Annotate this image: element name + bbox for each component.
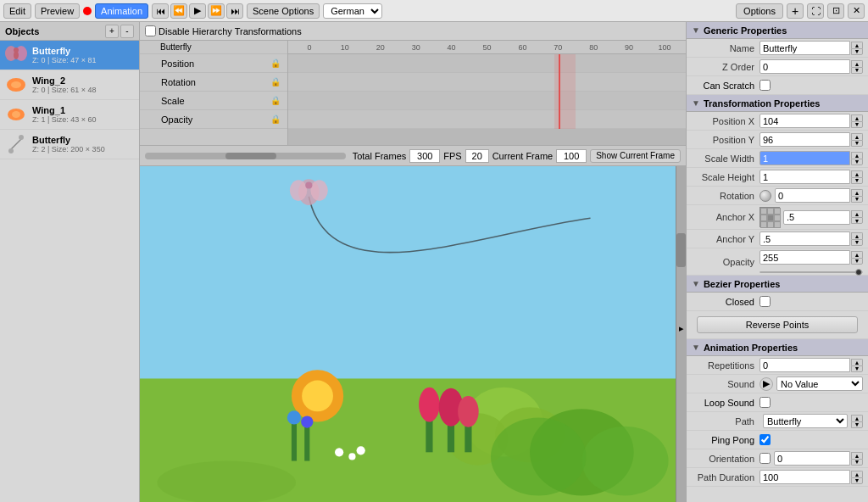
orientation-step-up[interactable]: ▲ xyxy=(851,452,863,459)
animation-button[interactable]: Animation xyxy=(95,3,148,19)
rotation-input[interactable] xyxy=(775,188,850,203)
fps-input[interactable] xyxy=(465,149,489,163)
name-step-up[interactable]: ▲ xyxy=(851,42,863,48)
svg-point-23 xyxy=(419,388,440,422)
options-button[interactable]: Options xyxy=(736,3,783,19)
track-timeline[interactable]: 0 10 20 30 40 50 60 70 80 90 100 xyxy=(288,41,686,145)
language-select[interactable]: German xyxy=(323,3,382,19)
step-back-button[interactable]: ⏪ xyxy=(170,3,187,19)
scale-height-input[interactable] xyxy=(760,170,850,184)
can-scratch-checkbox[interactable] xyxy=(760,80,771,91)
z-order-step-up[interactable]: ▲ xyxy=(851,60,863,67)
disable-hierarchy-check[interactable]: Disable Hierarchy Transformations xyxy=(145,25,302,36)
position-x-input[interactable] xyxy=(760,114,850,128)
scale-w-step-down[interactable]: ▼ xyxy=(851,159,863,165)
rotation-knob[interactable] xyxy=(760,190,771,202)
rotation-lock: 🔒 xyxy=(270,77,281,86)
name-label: Name xyxy=(692,43,760,53)
name-stepper: ▲ ▼ xyxy=(760,41,863,55)
path-select[interactable]: Butterfly xyxy=(763,414,848,428)
position-y-input[interactable] xyxy=(760,132,850,147)
skip-end-button[interactable]: ⏭ xyxy=(226,3,243,19)
scale-label: Scale xyxy=(161,96,185,106)
total-frames-input[interactable] xyxy=(409,149,440,163)
skip-start-button[interactable]: ⏮ xyxy=(152,3,169,19)
close-button[interactable]: ✕ xyxy=(848,3,865,19)
repetitions-input[interactable] xyxy=(760,358,850,372)
vertical-scrollbar[interactable]: ▸ xyxy=(676,166,686,502)
remove-object-button[interactable]: - xyxy=(120,25,134,38)
repetitions-step-down[interactable]: ▼ xyxy=(851,365,863,372)
preview-button[interactable]: Preview xyxy=(35,3,80,19)
svg-point-17 xyxy=(292,370,343,421)
name-steppers: ▲ ▼ xyxy=(851,42,863,55)
play-sound-button[interactable]: ▶ xyxy=(760,377,773,391)
scale-w-step-up[interactable]: ▲ xyxy=(851,152,863,159)
fullscreen-button[interactable]: ⛶ xyxy=(807,3,824,19)
opacity-step-down[interactable]: ▼ xyxy=(851,258,863,265)
opacity-input[interactable] xyxy=(760,250,850,265)
anchor-y-input[interactable] xyxy=(760,231,850,246)
object-sub: Z: 0 | Size: 61 × 48 xyxy=(32,86,136,94)
pos-y-step-down[interactable]: ▼ xyxy=(851,140,863,147)
opacity-step-up[interactable]: ▲ xyxy=(851,251,863,258)
z-order-stepper: ▲ ▼ xyxy=(760,59,863,74)
path-duration-step-down[interactable]: ▼ xyxy=(851,477,863,484)
closed-checkbox[interactable] xyxy=(760,296,771,307)
window-button[interactable]: ⊡ xyxy=(827,3,844,19)
position-label: Position xyxy=(161,59,194,69)
name-input[interactable] xyxy=(760,41,850,55)
z-order-input[interactable] xyxy=(760,59,850,74)
anchor-grid[interactable] xyxy=(760,207,780,227)
path-step-down[interactable]: ▼ xyxy=(851,421,863,428)
list-item[interactable]: Butterfly Z: 0 | Size: 47 × 81 xyxy=(0,41,139,70)
rotation-step-up[interactable]: ▲ xyxy=(851,189,863,196)
path-duration-input[interactable] xyxy=(760,470,850,484)
anchor-x-label: Anchor X xyxy=(692,212,760,222)
opacity-slider[interactable] xyxy=(760,271,863,273)
anchor-x-input[interactable] xyxy=(783,210,850,225)
add-button[interactable]: + xyxy=(787,3,804,19)
pos-x-step-up[interactable]: ▲ xyxy=(851,114,863,121)
list-item[interactable]: Butterfly Z: 2 | Size: 200 × 350 xyxy=(0,130,139,159)
rotation-label: Rotation xyxy=(161,77,196,87)
sound-select[interactable]: No Value xyxy=(776,376,863,391)
svg-point-32 xyxy=(335,448,343,456)
scene-options-button[interactable]: Scene Options xyxy=(247,3,320,19)
disable-hierarchy-checkbox[interactable] xyxy=(145,25,156,36)
scale-h-step-up[interactable]: ▲ xyxy=(851,170,863,177)
loop-sound-checkbox[interactable] xyxy=(760,397,771,408)
list-item[interactable]: Wing_1 Z: 1 | Size: 43 × 60 xyxy=(0,100,139,130)
ping-pong-checkbox[interactable] xyxy=(760,434,771,445)
scroll-indicator[interactable] xyxy=(145,153,346,159)
edit-button[interactable]: Edit xyxy=(3,3,31,19)
pos-x-step-down[interactable]: ▼ xyxy=(851,121,863,128)
scale-height-row: Scale Height ▲ ▼ xyxy=(687,168,868,187)
scale-width-input[interactable] xyxy=(760,151,850,165)
anchor-x-step-up[interactable]: ▲ xyxy=(851,210,863,217)
current-frame-input[interactable] xyxy=(556,149,587,163)
repetitions-step-up[interactable]: ▲ xyxy=(851,359,863,365)
name-step-down[interactable]: ▼ xyxy=(851,48,863,55)
orientation-step-down[interactable]: ▼ xyxy=(851,459,863,466)
path-duration-row: Path Duration ▲ ▼ xyxy=(687,468,868,487)
pos-y-step-up[interactable]: ▲ xyxy=(851,133,863,140)
show-current-frame-button[interactable]: Show Current Frame xyxy=(590,149,681,163)
scale-h-step-down[interactable]: ▼ xyxy=(851,177,863,184)
reverse-points-button[interactable]: Reverse Points xyxy=(697,316,858,333)
orientation-checkbox[interactable] xyxy=(760,453,771,464)
z-order-step-down[interactable]: ▼ xyxy=(851,67,863,74)
path-step-up[interactable]: ▲ xyxy=(851,415,863,421)
list-item[interactable]: Wing_2 Z: 0 | Size: 61 × 48 xyxy=(0,70,139,100)
anchor-y-step-down[interactable]: ▼ xyxy=(851,239,863,246)
add-object-button[interactable]: + xyxy=(105,25,119,38)
anchor-x-step-down[interactable]: ▼ xyxy=(851,217,863,224)
orientation-input[interactable] xyxy=(774,451,850,466)
step-forward-button[interactable]: ⏩ xyxy=(208,3,225,19)
play-button[interactable]: ▶ xyxy=(189,3,206,19)
path-duration-step-up[interactable]: ▲ xyxy=(851,471,863,477)
rotation-step-down[interactable]: ▼ xyxy=(851,196,863,203)
butterfly-path-svg xyxy=(140,166,686,502)
anchor-y-step-up[interactable]: ▲ xyxy=(851,232,863,239)
animation-track: Disable Hierarchy Transformations Butter… xyxy=(140,22,686,166)
